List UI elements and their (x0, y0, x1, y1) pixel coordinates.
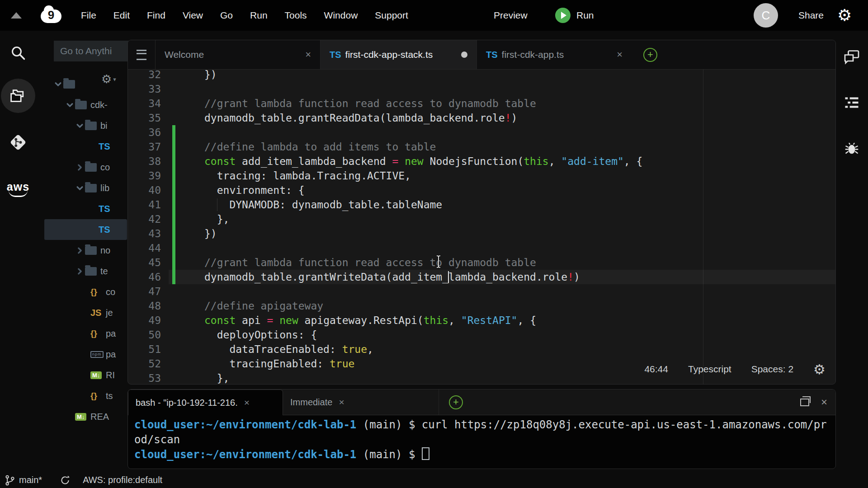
collapse-menubar-icon[interactable] (11, 12, 22, 19)
chevron-down-icon[interactable] (52, 82, 63, 87)
terminal-output[interactable]: cloud_user:~/environment/cdk-lab-1 (main… (134, 418, 827, 462)
line-number: 36 (128, 125, 161, 140)
code-line-39[interactable]: 39 tracing: lambda.Tracing.ACTIVE, (128, 169, 835, 183)
terminal-tab-bash[interactable]: bash - "ip-10-192-11-216.× (128, 389, 283, 415)
share-button[interactable]: Share (794, 0, 828, 31)
menu-item-view[interactable]: View (174, 10, 212, 21)
close-tab-icon[interactable]: × (305, 49, 311, 61)
chevron-right-icon[interactable] (74, 268, 85, 275)
tree-row-co-10[interactable]: {}co (44, 282, 127, 302)
menu-item-support[interactable]: Support (366, 10, 417, 21)
code-text: dynamodb_table.grantReadData(lambda_back… (204, 111, 517, 125)
file-tree-icon[interactable] (5, 83, 31, 108)
editor-tab-first-cdk-app-stack-ts[interactable]: TSfirst-cdk-app-stack.ts (320, 40, 476, 69)
tree-row-ts-3[interactable]: TS (44, 136, 127, 157)
unsaved-dot-icon (461, 52, 467, 58)
tab-list-menu-icon[interactable] (128, 40, 155, 69)
editor-tab-first-cdk-app-ts[interactable]: TSfirst-cdk-app.ts× (476, 40, 632, 69)
tree-row-ts-15[interactable]: {}ts (44, 385, 127, 406)
code-line-51[interactable]: 51 dataTraceEnabled: true, (128, 342, 835, 357)
tree-row-cdk--1[interactable]: cdk- (44, 94, 127, 115)
chevron-right-icon[interactable] (74, 247, 85, 254)
menu-item-file[interactable]: File (72, 10, 105, 21)
chevron-down-icon[interactable] (74, 186, 85, 191)
code-line-45[interactable]: 45//grant lambda function read access to… (128, 255, 835, 270)
code-area[interactable]: 32})3334//grant lambda function read acc… (128, 69, 835, 385)
cloud9-logo[interactable]: 9 (41, 7, 61, 24)
code-line-32[interactable]: 32}) (128, 69, 835, 82)
aws-icon[interactable]: aws (5, 177, 31, 202)
chevron-down-icon[interactable] (64, 103, 75, 108)
code-line-33[interactable]: 33 (128, 82, 835, 96)
code-line-46[interactable]: 46dynamodb_table.grantWriteData(add_item… (128, 270, 835, 284)
close-tab-icon[interactable]: × (244, 397, 250, 408)
menu-item-tools[interactable]: Tools (276, 10, 316, 21)
menu-item-window[interactable]: Window (316, 10, 367, 21)
code-line-47[interactable]: 47 (128, 284, 835, 299)
code-line-43[interactable]: 43}) (128, 226, 835, 241)
tree-settings-gear-icon[interactable]: ⚙▾ (101, 72, 116, 86)
menu-item-go[interactable]: Go (212, 10, 241, 21)
code-line-48[interactable]: 48//define apigateway (128, 299, 835, 313)
code-line-37[interactable]: 37//define lambda to add items to table (128, 140, 835, 154)
new-tab-icon[interactable]: + (643, 48, 657, 62)
tree-row-ts-6[interactable]: TS (44, 198, 127, 219)
tree-row-no-8[interactable]: no (44, 240, 127, 261)
tree-row-te-9[interactable]: te (44, 261, 127, 282)
close-tab-icon[interactable]: × (617, 49, 623, 61)
package-lock-icon: npm (90, 351, 106, 358)
code-line-38[interactable]: 38const add_item_lambda_backend = new No… (128, 154, 835, 169)
tab-size[interactable]: Spaces: 2 (751, 364, 793, 375)
run-button[interactable]: Run (555, 0, 594, 31)
folder-icon (85, 184, 100, 192)
menu-item-find[interactable]: Find (138, 10, 174, 21)
menu-item-edit[interactable]: Edit (105, 10, 138, 21)
git-icon[interactable] (5, 130, 31, 155)
close-tab-icon[interactable]: × (339, 397, 344, 408)
code-line-35[interactable]: 35dynamodb_table.grantReadData(lambda_ba… (128, 111, 835, 125)
avatar[interactable]: C (754, 3, 778, 28)
close-panel-icon[interactable]: × (821, 396, 827, 408)
code-text: const api = new apigateway.RestApi(this,… (204, 313, 536, 328)
editor-settings-gear-icon[interactable]: ⚙ (813, 361, 826, 377)
tree-row-pa-13[interactable]: npmpa (44, 344, 127, 365)
tree-row-REA-16[interactable]: M↓REA (44, 406, 127, 427)
run-label: Run (576, 10, 594, 21)
menu-item-run[interactable]: Run (241, 10, 276, 21)
code-line-42[interactable]: 42 }, (128, 212, 835, 226)
search-icon[interactable] (5, 40, 31, 66)
tree-row-je-11[interactable]: JSje (44, 302, 127, 323)
code-line-50[interactable]: 50 deployOptions: { (128, 328, 835, 342)
tree-row-RI-14[interactable]: M↓RI (44, 365, 127, 385)
tree-row-pa-12[interactable]: {}pa (44, 323, 127, 344)
new-terminal-icon[interactable]: + (449, 395, 463, 409)
maximize-panel-icon[interactable] (800, 399, 809, 406)
tree-row-bi-2[interactable]: bi (44, 115, 127, 136)
code-line-49[interactable]: 49const api = new apigateway.RestApi(thi… (128, 313, 835, 328)
terminal-tab-immediate[interactable]: Immediate× (283, 389, 439, 415)
code-line-41[interactable]: 41 DYNAMODB: dynamodb_table.tableName (128, 197, 835, 212)
debugger-bug-icon[interactable] (840, 137, 863, 160)
goto-anything-input[interactable]: Go to Anythi (54, 41, 132, 61)
tree-row-lib-5[interactable]: lib (44, 178, 127, 198)
line-number: 40 (128, 183, 161, 197)
chevron-down-icon[interactable] (74, 123, 85, 128)
editor-tab-welcome[interactable]: Welcome× (155, 40, 320, 69)
code-line-36[interactable]: 36 (128, 125, 835, 140)
typescript-file-icon: TS (486, 50, 498, 60)
settings-gear-icon[interactable]: ⚙ (837, 0, 852, 31)
code-line-44[interactable]: 44 (128, 241, 835, 255)
tree-row-ts-7[interactable]: TS (44, 219, 127, 240)
preview-menu[interactable]: Preview (489, 0, 532, 31)
tree-row-co-4[interactable]: co (44, 157, 127, 178)
code-line-34[interactable]: 34//grant lambda function read access to… (128, 96, 835, 111)
language-mode[interactable]: Typescript (688, 364, 731, 375)
cursor-position: 46:44 (644, 364, 668, 375)
line-number: 49 (128, 313, 161, 328)
collaborate-icon[interactable] (840, 45, 863, 69)
code-line-40[interactable]: 40 environment: { (128, 183, 835, 197)
git-branch-indicator[interactable]: main* (5, 474, 42, 486)
folder-icon (85, 122, 100, 130)
outline-icon[interactable] (840, 91, 863, 114)
chevron-right-icon[interactable] (74, 164, 85, 171)
